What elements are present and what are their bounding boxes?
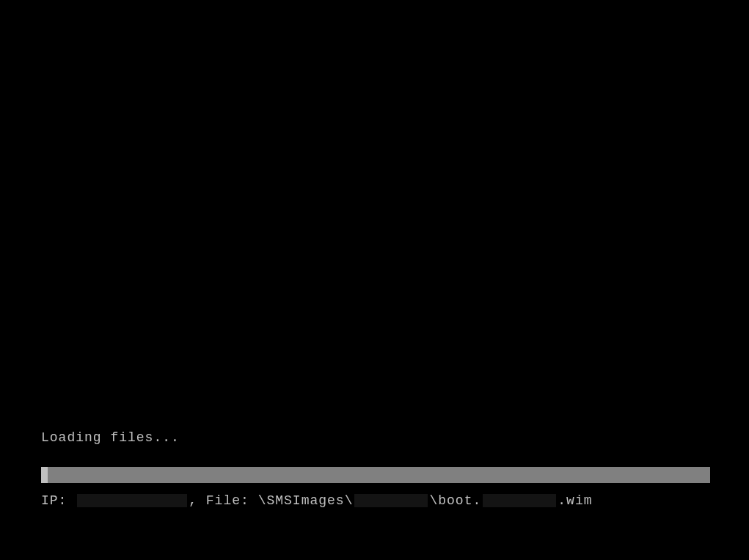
path-segment: .wim bbox=[558, 493, 592, 508]
loading-label: Loading files... bbox=[41, 430, 180, 445]
redacted-folder bbox=[354, 494, 428, 507]
redacted-ip bbox=[77, 494, 187, 507]
progress-bar-track bbox=[41, 467, 710, 483]
progress-bar-fill bbox=[41, 467, 48, 483]
boot-screen: Loading files... IP: , File: \SMSImages\… bbox=[0, 0, 749, 560]
path-segment: \SMSImages\ bbox=[258, 493, 354, 508]
path-segment: \boot. bbox=[429, 493, 481, 508]
ip-label: IP: bbox=[41, 493, 76, 508]
status-line: IP: , File: \SMSImages\ \boot. .wim bbox=[41, 493, 593, 508]
file-label: , File: bbox=[189, 493, 257, 508]
redacted-bootname bbox=[483, 494, 556, 507]
